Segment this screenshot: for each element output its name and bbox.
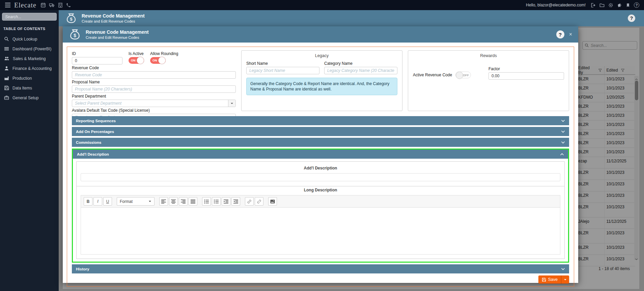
is-active-group: Is Active ON xyxy=(129,50,144,64)
page-subtitle: Create and Edit Revenue Codes xyxy=(82,19,145,24)
align-left-button[interactable] xyxy=(159,197,168,206)
underline-button[interactable]: U xyxy=(103,197,112,206)
revenue-code-input[interactable] xyxy=(72,71,236,79)
toggle-state-label: OFF xyxy=(463,74,469,77)
indent-button[interactable] xyxy=(222,197,230,206)
rich-text-editor: B I U Format xyxy=(81,195,560,255)
factor-input[interactable] xyxy=(488,72,564,80)
modal-body: ID Is Active ON Allow Rounding xyxy=(63,43,578,289)
accordion-label: History xyxy=(76,267,89,271)
remove-link-button[interactable] xyxy=(255,197,263,206)
person-icon xyxy=(4,66,9,71)
addl-description-input[interactable] xyxy=(81,173,560,181)
save-options-caret[interactable] xyxy=(561,275,569,284)
sidebar-item-general-setup[interactable]: General Setup xyxy=(0,93,59,103)
category-name-label: Category Name xyxy=(324,61,397,66)
outdent-button[interactable] xyxy=(231,197,240,206)
sidebar-item-production[interactable]: Production xyxy=(0,73,59,83)
close-icon[interactable]: × xyxy=(569,32,572,37)
avalara-label: Avalara Default Tax Code (Special Licens… xyxy=(72,108,236,113)
short-name-label: Short Name xyxy=(246,61,319,66)
menu-icon[interactable] xyxy=(5,3,11,7)
people-icon xyxy=(4,56,9,61)
numbered-list-button[interactable] xyxy=(212,197,221,206)
justify-button[interactable] xyxy=(189,197,197,206)
sidebar-item-quick-lookup[interactable]: Quick Lookup xyxy=(0,34,59,44)
sidebar-search-input[interactable] xyxy=(2,13,57,21)
format-dropdown[interactable]: Format xyxy=(117,197,155,206)
accordion-addl-description[interactable]: Add'l Description xyxy=(73,150,568,159)
sidebar-item-label: Data Items xyxy=(12,86,32,90)
id-input[interactable] xyxy=(72,57,122,64)
calendar-icon[interactable] xyxy=(40,2,46,8)
phone-icon[interactable] xyxy=(66,3,71,8)
bookmark-icon[interactable] xyxy=(626,3,630,8)
insert-link-button[interactable] xyxy=(245,197,254,206)
briefcase-icon xyxy=(4,95,9,100)
chevron-down-icon xyxy=(561,130,565,133)
chevron-down-icon xyxy=(561,268,565,270)
sign-out-icon[interactable] xyxy=(591,3,596,8)
modal-subtitle: Create and Edit Revenue Codes xyxy=(86,35,149,40)
chevron-down-icon xyxy=(561,120,565,122)
accordion-commissions[interactable]: Commissions xyxy=(72,138,569,147)
save-button[interactable]: Save xyxy=(538,275,561,284)
align-center-button[interactable] xyxy=(169,197,178,206)
save-disk-icon xyxy=(4,85,9,90)
short-name-group: Short Name xyxy=(246,60,319,74)
help-icon[interactable]: ? xyxy=(634,2,639,8)
parent-department-select[interactable] xyxy=(72,100,236,107)
caret-down-icon xyxy=(230,102,233,105)
chevron-down-icon xyxy=(561,141,565,144)
chevron-up-icon xyxy=(560,153,564,156)
sidebar-item-sales-marketing[interactable]: Sales & Marketing xyxy=(0,54,59,63)
is-active-toggle[interactable]: ON xyxy=(129,57,144,64)
sidebar-item-data-items[interactable]: Data Items xyxy=(0,83,59,93)
accordion-history[interactable]: History xyxy=(72,264,569,273)
folder-icon[interactable] xyxy=(599,3,605,8)
toggle-knob xyxy=(158,57,166,64)
bold-button[interactable]: B xyxy=(84,197,92,206)
sidebar-heading: TABLE OF CONTENTS xyxy=(0,24,59,34)
page-help-button[interactable]: ? xyxy=(628,15,635,22)
list-icon xyxy=(4,46,9,51)
allow-rounding-toggle[interactable]: ON xyxy=(150,57,166,64)
gear-icon[interactable] xyxy=(608,3,613,8)
accordion-reporting-sequences[interactable]: Reporting Sequences xyxy=(72,116,569,125)
save-label: Save xyxy=(548,277,558,282)
truck-icon[interactable] xyxy=(49,2,55,8)
active-revenue-code-toggle[interactable]: OFF xyxy=(455,72,471,78)
main-form: ID Is Active ON Allow Rounding xyxy=(72,50,236,111)
sidebar-item-label: Quick Lookup xyxy=(12,37,37,42)
allow-rounding-label: Allow Rounding xyxy=(150,51,178,56)
modal-help-button[interactable]: ? xyxy=(556,30,564,38)
building-icon[interactable] xyxy=(58,2,63,8)
save-split-button[interactable]: Save xyxy=(538,275,569,284)
rewards-panel: Rewards Active Revenue Code OFF Factor xyxy=(408,50,569,111)
long-description-title: Long Description xyxy=(81,188,560,192)
category-name-group: Category Name xyxy=(324,60,397,74)
factory-icon xyxy=(4,76,9,81)
sidebar-item-label: Dashboard (PowerBI) xyxy=(12,47,51,51)
proposal-name-input[interactable] xyxy=(72,85,236,93)
sidebar: TABLE OF CONTENTS Quick Lookup Dashboard… xyxy=(0,10,59,291)
category-name-input[interactable] xyxy=(324,67,397,74)
megaphone-icon[interactable] xyxy=(617,3,622,8)
editor-content-area[interactable] xyxy=(81,208,560,254)
money-bag-icon xyxy=(65,12,77,24)
italic-button[interactable]: I xyxy=(93,197,102,206)
active-revenue-code-label: Active Revenue Code xyxy=(413,73,452,77)
topbar: Elecate Hello, blazor@elecatedemo.com! ? xyxy=(0,0,644,10)
sidebar-item-finance-accounting[interactable]: Finance & Accounting xyxy=(0,63,59,73)
short-name-input[interactable] xyxy=(246,67,319,74)
caret-down-icon xyxy=(564,279,567,281)
insert-image-button[interactable] xyxy=(268,197,277,206)
accordion-add-on-percentages[interactable]: Add On Percentages xyxy=(72,127,569,136)
align-right-button[interactable] xyxy=(179,197,188,206)
dropdown-button[interactable] xyxy=(228,100,235,107)
sidebar-nav: Quick Lookup Dashboard (PowerBI) Sales &… xyxy=(0,34,59,103)
sidebar-item-dashboard[interactable]: Dashboard (PowerBI) xyxy=(0,44,59,54)
bullet-list-button[interactable] xyxy=(202,197,211,206)
proposal-name-group: Proposal Name xyxy=(72,80,236,93)
id-label: ID xyxy=(72,51,122,56)
